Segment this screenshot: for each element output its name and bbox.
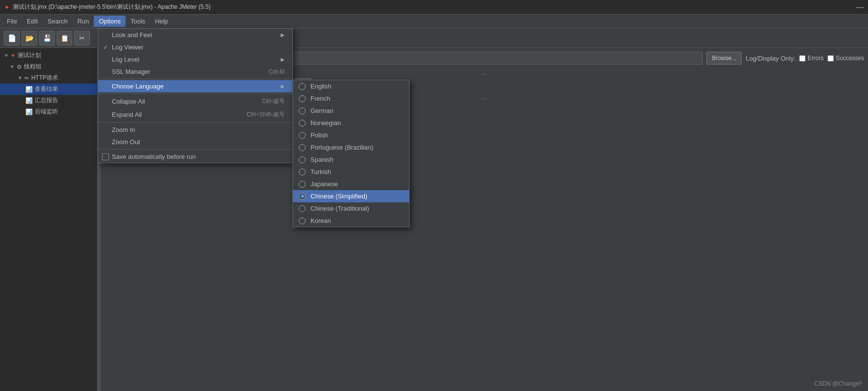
- log-level-label: Log Level: [112, 56, 139, 63]
- expand-shortcut: Ctrl+Shift-减号: [247, 110, 285, 119]
- zoom-out-label: Zoom Out: [112, 138, 140, 146]
- tree-item-threadgroup[interactable]: ▼ ⚙ 线程组: [0, 61, 97, 72]
- successes-checkbox-label[interactable]: Successes: [827, 55, 864, 62]
- menu-edit[interactable]: Edit: [22, 16, 42, 27]
- submenu-arrow-icon: ▶: [281, 32, 285, 38]
- submenu-arrow-icon: ▶: [281, 84, 285, 89]
- toolbar-save[interactable]: 💾: [39, 31, 55, 45]
- toolbar-cut[interactable]: ✂: [74, 31, 90, 45]
- lang-french[interactable]: French: [293, 92, 409, 105]
- backendmonitor-icon: 📊: [25, 109, 33, 115]
- menu-search[interactable]: Search: [42, 16, 72, 27]
- check-icon: ✓: [103, 44, 108, 51]
- options-menu: Look and Feel ▶ ✓ Log Viewer Log Level ▶…: [98, 28, 293, 163]
- lang-portuguese-label: Portuguese (Brazilian): [310, 144, 373, 151]
- zoom-in-label: Zoom In: [112, 126, 135, 133]
- look-feel-label: Look and Feel: [112, 31, 152, 39]
- lang-japanese[interactable]: Japanese: [293, 178, 409, 190]
- toolbar-open[interactable]: 📂: [21, 31, 37, 45]
- radio-turkish: [299, 169, 306, 175]
- menu-ssl-manager[interactable]: SSL Manager Ctrl-M: [98, 65, 292, 78]
- lang-spanish-label: Spanish: [310, 156, 333, 163]
- tree-item-root-label: 测试计划: [18, 51, 41, 60]
- httprequest-icon: ✏: [24, 75, 29, 82]
- tree-item-backendmonitor-label: 后端监听: [35, 108, 58, 116]
- save-auto-checkbox-icon: [102, 153, 109, 160]
- lang-japanese-label: Japanese: [310, 180, 338, 188]
- lang-norwegian-label: Norwegian: [310, 119, 341, 127]
- menu-expand-all[interactable]: Expand All Ctrl+Shift-减号: [98, 108, 292, 121]
- tree-item-aggregate-label: 汇总报告: [35, 96, 58, 105]
- lang-polish[interactable]: Polish: [293, 129, 409, 141]
- title-bar: ✦ 测试计划.jmx (D:\apache-jmeter-5.5\bin\测试计…: [0, 0, 868, 15]
- tree-item-resulttree[interactable]: 📊 查看结果: [0, 84, 97, 95]
- lang-english-label: English: [310, 83, 331, 90]
- menu-bar: File Edit Search Run Options Tools Help: [0, 15, 868, 28]
- lang-portuguese[interactable]: Portuguese (Brazilian): [293, 141, 409, 153]
- radio-korean: [299, 217, 306, 224]
- menu-look-feel[interactable]: Look and Feel ▶: [98, 29, 292, 41]
- lang-chinese-simplified-label: Chinese (Simplified): [310, 193, 367, 200]
- expand-all-label: Expand All: [112, 111, 142, 118]
- collapse-shortcut: Ctrl-减号: [262, 97, 285, 106]
- radio-english: [299, 83, 306, 90]
- menu-options[interactable]: Options: [94, 16, 125, 27]
- lang-german[interactable]: German: [293, 105, 409, 117]
- browse-button[interactable]: Browse...: [706, 52, 742, 65]
- arrow-icon: ▼: [18, 75, 22, 81]
- menu-tools[interactable]: Tools: [125, 16, 150, 27]
- lang-german-label: German: [310, 107, 333, 114]
- tree-item-backendmonitor[interactable]: 📊 后端监听: [0, 106, 97, 117]
- menu-log-level[interactable]: Log Level ▶: [98, 53, 292, 65]
- menu-zoom-out[interactable]: Zoom Out: [98, 136, 292, 148]
- log-display-label: Log/Display Only:: [745, 55, 795, 62]
- language-submenu: English French German Norwegian: [292, 80, 410, 227]
- radio-polish: [299, 132, 306, 139]
- menu-log-viewer[interactable]: ✓ Log Viewer: [98, 41, 292, 53]
- menu-save-auto[interactable]: Save automatically before run: [98, 151, 292, 163]
- radio-french: [299, 95, 306, 102]
- menu-collapse-all[interactable]: Collapse All Ctrl-减号: [98, 95, 292, 108]
- collapse-all-label: Collapse All: [112, 98, 145, 105]
- tree-item-aggregate[interactable]: 📊 汇总报告: [0, 95, 97, 106]
- ssl-manager-label: SSL Manager: [112, 68, 150, 75]
- lang-polish-label: Polish: [310, 131, 328, 139]
- menu-run[interactable]: Run: [73, 16, 94, 27]
- radio-norwegian: [299, 120, 306, 127]
- lang-chinese-traditional[interactable]: Chinese (Traditional): [293, 202, 409, 215]
- lang-turkish-label: Turkish: [310, 168, 331, 175]
- menu-help[interactable]: Help: [150, 16, 173, 27]
- tree-item-httprequest[interactable]: ▼ ✏ HTTP请求: [0, 72, 97, 84]
- lang-korean[interactable]: Korean: [293, 215, 409, 227]
- errors-checkbox[interactable]: [799, 55, 806, 62]
- lang-english[interactable]: English: [293, 80, 409, 92]
- resulttree-icon: 📊: [25, 86, 33, 93]
- lang-norwegian[interactable]: Norwegian: [293, 117, 409, 129]
- menu-file[interactable]: File: [2, 16, 22, 27]
- menu-choose-language[interactable]: Choose Language ▶ English French German: [98, 80, 292, 92]
- errors-checkbox-label[interactable]: Errors: [799, 55, 824, 62]
- menu-zoom-in[interactable]: Zoom In: [98, 124, 292, 136]
- arrow-icon: ▼: [4, 53, 9, 58]
- successes-checkbox[interactable]: [827, 55, 834, 62]
- minimize-button[interactable]: —: [856, 3, 864, 12]
- lang-turkish[interactable]: Turkish: [293, 166, 409, 178]
- radio-portuguese: [299, 144, 306, 151]
- aggregate-icon: 📊: [25, 97, 33, 104]
- toolbar-new[interactable]: 📄: [4, 31, 20, 45]
- submenu-arrow-icon: ▶: [281, 57, 285, 62]
- lang-chinese-traditional-label: Chinese (Traditional): [310, 205, 369, 212]
- tree-item-resulttree-label: 查看结果: [35, 85, 58, 93]
- lang-chinese-simplified[interactable]: Chinese (Simplified): [293, 190, 409, 202]
- radio-chinese-traditional: [299, 205, 306, 212]
- root-icon: ✦: [11, 52, 16, 59]
- lang-spanish[interactable]: Spanish: [293, 153, 409, 166]
- tree-item-root[interactable]: ▼ ✦ 测试计划: [0, 50, 97, 61]
- tree-item-threadgroup-label: 线程组: [24, 63, 41, 71]
- toolbar-saveas[interactable]: 📋: [57, 31, 72, 45]
- save-auto-label: Save automatically before run: [112, 153, 196, 160]
- threadgroup-icon: ⚙: [17, 64, 22, 70]
- window-title: 测试计划.jmx (D:\apache-jmeter-5.5\bin\测试计划.…: [13, 3, 210, 11]
- app-icon: ✦: [4, 3, 10, 11]
- radio-japanese: [299, 181, 306, 188]
